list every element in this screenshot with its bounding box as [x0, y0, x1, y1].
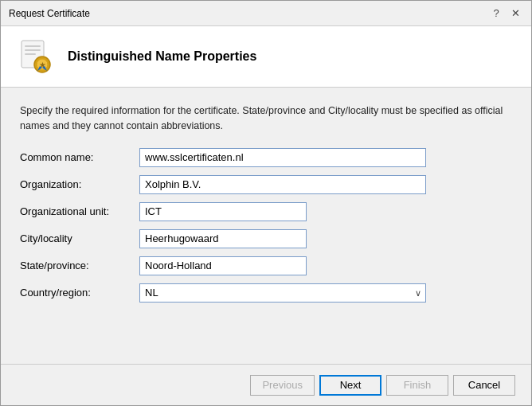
- svg-rect-1: [25, 45, 41, 47]
- svg-rect-2: [25, 49, 41, 51]
- form-row-city: City/locality: [20, 229, 512, 248]
- svg-rect-3: [25, 53, 36, 55]
- form-row-org-unit: Organizational unit:: [20, 202, 512, 221]
- form-row-state: State/province:: [20, 256, 512, 275]
- title-bar-right: ? ✕: [488, 6, 523, 21]
- input-common-name[interactable]: [139, 148, 426, 167]
- header-title: Distinguished Name Properties: [68, 49, 256, 64]
- title-bar: Request Certificate ? ✕: [1, 1, 531, 26]
- input-city[interactable]: [139, 229, 307, 248]
- next-button[interactable]: Next: [319, 375, 381, 396]
- previous-button[interactable]: Previous: [250, 375, 315, 396]
- label-organization: Organization:: [20, 178, 139, 190]
- content-section: Specify the required information for the…: [1, 88, 531, 364]
- close-button[interactable]: ✕: [507, 6, 523, 21]
- label-org-unit: Organizational unit:: [20, 205, 139, 217]
- certificate-icon: ★: [17, 37, 55, 76]
- select-country[interactable]: NL US DE FR GB BE ES IT: [139, 283, 426, 303]
- form-row-country: Country/region: NL US DE FR GB BE ES IT: [20, 283, 512, 303]
- country-select-wrapper: NL US DE FR GB BE ES IT: [139, 283, 426, 303]
- input-organization[interactable]: [139, 175, 426, 194]
- form-row-organization: Organization:: [20, 175, 512, 194]
- label-common-name: Common name:: [20, 151, 139, 163]
- form-row-common-name: Common name:: [20, 148, 512, 167]
- dialog-window: Request Certificate ? ✕ ★: [0, 0, 532, 406]
- dialog-title: Request Certificate: [9, 8, 90, 19]
- label-state: State/province:: [20, 260, 139, 271]
- help-button[interactable]: ?: [488, 6, 504, 21]
- description-text: Specify the required information for the…: [20, 103, 512, 134]
- cancel-button[interactable]: Cancel: [453, 375, 515, 396]
- input-state[interactable]: [139, 256, 307, 275]
- title-bar-left: Request Certificate: [9, 8, 90, 19]
- header-section: ★ Distinguished Name Properties: [1, 26, 531, 88]
- label-country: Country/region:: [20, 287, 139, 299]
- input-org-unit[interactable]: [139, 202, 307, 221]
- finish-button[interactable]: Finish: [386, 375, 448, 396]
- label-city: City/locality: [20, 232, 139, 244]
- footer-section: Previous Next Finish Cancel: [1, 364, 531, 405]
